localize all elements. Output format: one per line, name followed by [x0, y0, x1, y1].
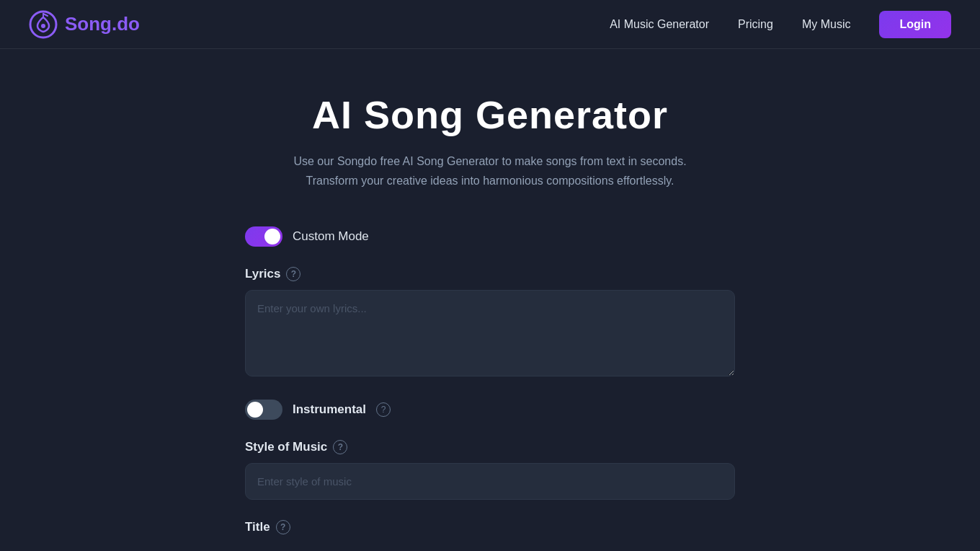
logo-text-main: Song. — [65, 13, 117, 35]
lyrics-help-icon[interactable]: ? — [286, 267, 300, 281]
logo-text: Song.do — [65, 13, 140, 35]
instrumental-slider — [245, 400, 282, 420]
svg-point-1 — [41, 24, 45, 28]
nav-link-my-music[interactable]: My Music — [802, 18, 851, 31]
nav-link-pricing[interactable]: Pricing — [738, 18, 773, 31]
lyrics-label-row: Lyrics ? — [245, 267, 735, 281]
subtitle-line1: Use our Songdo free AI Song Generator to… — [293, 155, 686, 167]
title-section: Title ? — [245, 520, 735, 534]
instrumental-toggle[interactable] — [245, 400, 282, 420]
title-label-text: Title — [245, 520, 270, 534]
lyrics-label-text: Lyrics — [245, 267, 280, 281]
navbar: Song.do AI Music Generator Pricing My Mu… — [0, 0, 980, 49]
custom-mode-knob — [264, 229, 280, 244]
title-label-row: Title ? — [245, 520, 735, 534]
logo-text-accent: do — [117, 13, 140, 35]
main-content: AI Song Generator Use our Songdo free AI… — [231, 49, 749, 551]
logo-icon — [29, 10, 58, 39]
instrumental-help-icon[interactable]: ? — [376, 402, 391, 417]
style-label-text: Style of Music — [245, 440, 327, 454]
page-subtitle: Use our Songdo free AI Song Generator to… — [245, 151, 735, 190]
logo[interactable]: Song.do — [29, 10, 140, 39]
instrumental-label-text: Instrumental — [293, 402, 366, 417]
login-button[interactable]: Login — [879, 11, 951, 38]
title-help-icon[interactable]: ? — [276, 520, 290, 534]
custom-mode-label: Custom Mode — [293, 229, 369, 244]
instrumental-knob — [247, 402, 263, 418]
lyrics-textarea[interactable] — [245, 290, 735, 376]
page-title: AI Song Generator — [245, 92, 735, 137]
custom-mode-toggle[interactable] — [245, 226, 282, 247]
custom-mode-row: Custom Mode — [245, 226, 735, 247]
style-input[interactable] — [245, 463, 735, 500]
instrumental-row: Instrumental ? — [245, 400, 735, 420]
style-label-row: Style of Music ? — [245, 440, 735, 454]
nav-links: AI Music Generator Pricing My Music Logi… — [610, 11, 951, 38]
style-help-icon[interactable]: ? — [333, 440, 347, 454]
style-section: Style of Music ? — [245, 440, 735, 500]
subtitle-line2: Transform your creative ideas into harmo… — [306, 175, 674, 187]
nav-link-ai-music-generator[interactable]: AI Music Generator — [610, 18, 709, 31]
custom-mode-slider — [245, 226, 282, 247]
lyrics-section: Lyrics ? — [245, 267, 735, 379]
